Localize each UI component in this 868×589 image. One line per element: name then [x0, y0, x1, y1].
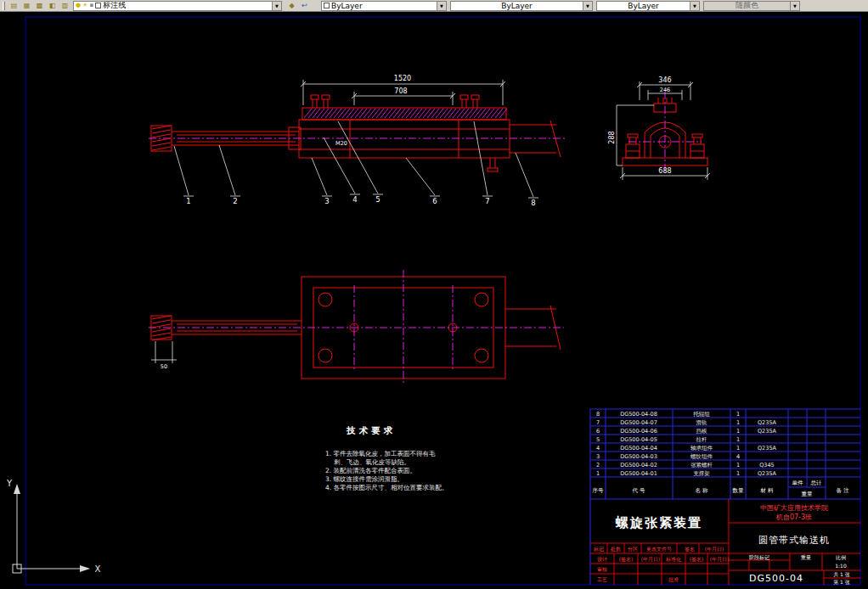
layer-states-button[interactable]: ▦: [20, 1, 33, 11]
layer-freeze-button[interactable]: ▩: [33, 1, 46, 11]
bom-header-no: 序号: [593, 487, 605, 494]
layer-dropdown-arrow-icon[interactable]: ▼: [272, 2, 281, 10]
dim-section-inner-width: 246: [660, 87, 670, 93]
bom-row-code: DG500-04-08: [620, 411, 657, 418]
company-class: 机自07-3班: [775, 513, 812, 521]
layer-color-swatch: [95, 3, 101, 8]
bom-row-no: 8: [596, 411, 600, 418]
rail-hatch: [304, 109, 507, 118]
design-label: (签名): [619, 556, 634, 563]
bom-row-material: Q235A: [758, 428, 777, 435]
bom-row-qty: 1: [736, 428, 740, 435]
layer-previous-button[interactable]: ↩: [298, 1, 311, 11]
bom-header-remark: 备 注: [836, 487, 849, 494]
linetype-dropdown-arrow-icon[interactable]: ▼: [583, 2, 592, 10]
layer-off-button[interactable]: ▥: [59, 1, 71, 11]
lineweight-dropdown-arrow-icon[interactable]: ▼: [690, 2, 699, 10]
plotstyle-dropdown-arrow-icon: ▼: [790, 2, 799, 10]
tech-note-line: 1. 零件去除氧化皮，加工表面不得有毛: [325, 450, 436, 457]
layer-lock-icon: ▪: [89, 3, 93, 8]
revision-label: 签名: [685, 546, 695, 553]
drawing-title: 螺旋张紧装置: [615, 515, 702, 530]
bom-row-name: 滑轨: [696, 419, 708, 426]
part-callout: 6: [432, 197, 437, 205]
ucs-y-label: Y: [6, 479, 13, 488]
bom-row-name: 支撑架: [693, 470, 710, 477]
make-object-layer-current-button[interactable]: ◆: [285, 1, 298, 11]
layer-states-icon: ▦: [24, 2, 31, 9]
layer-lock-toggle-icon: ◧: [49, 2, 56, 9]
rod-end-hatch-plan: [152, 316, 171, 340]
bom-row-code: DG500-04-02: [620, 462, 657, 468]
bom-row-qty: 1: [736, 470, 740, 477]
make-layer-current-icon: ◆: [289, 2, 294, 9]
bom-row-code: DG500-04-07: [620, 419, 657, 426]
weight-label: 重量: [800, 554, 811, 560]
dim-section-height: 288: [608, 131, 616, 143]
drawing-number: DG500-04: [749, 573, 803, 584]
bom-row-name: 托辊组: [692, 411, 710, 418]
layer-properties-icon: ▤: [11, 2, 18, 9]
layer-freeze-icon: ▩: [37, 2, 43, 9]
linetype-dropdown[interactable]: ByLayer ▼: [450, 1, 593, 11]
layer-off-icon: ▥: [62, 2, 69, 9]
bom-row-name: 轴承组件: [690, 445, 713, 452]
bom-header-total-weight: 总计: [810, 480, 823, 486]
properties-toolbar: ▤ ▦ ▩ ◧ ▥ ● ☀ ▪ 标注线 ▼ ◆ ↩ ByLayer ▼ ByLa…: [0, 0, 868, 12]
bom-row-material: Q235A: [758, 419, 777, 426]
part-callout: 4: [352, 195, 357, 204]
design-label: (签名): [690, 556, 704, 563]
layer-properties-button[interactable]: ▤: [8, 1, 20, 11]
ucs-x-label: X: [95, 564, 101, 574]
revision-label: 分区: [628, 546, 638, 552]
bom-row-no: 3: [596, 453, 600, 460]
tech-note-line: 刺、飞边、氧化皮等缺陷。: [334, 458, 410, 466]
dim-section-base: 688: [658, 167, 671, 175]
bom-row-no: 2: [596, 462, 600, 468]
current-color-swatch: [324, 3, 330, 8]
revision-label: 更改文件号: [646, 546, 672, 552]
toolbar-grip[interactable]: [3, 2, 5, 10]
sheet-frame: [25, 17, 860, 585]
part-callout: 3: [324, 197, 329, 205]
design-label: (年月日): [641, 556, 661, 563]
bom-row-code: DG500-04-03: [620, 453, 657, 460]
color-dropdown[interactable]: ByLayer ▼: [321, 1, 447, 11]
color-dropdown-arrow-icon[interactable]: ▼: [437, 2, 446, 10]
part-callout: 1: [186, 197, 190, 205]
layer-dropdown[interactable]: ● ☀ ▪ 标注线 ▼: [73, 1, 282, 11]
dim-rod-offset: 50: [161, 363, 167, 370]
bom-row-material: Q345: [759, 462, 775, 468]
dim-thread: M20: [335, 140, 347, 147]
layer-previous-icon: ↩: [302, 2, 307, 9]
process-label: 工艺: [597, 576, 607, 582]
sheet-page: 第 1 张: [833, 579, 850, 586]
bom-row-name: 挡板: [696, 428, 708, 435]
part-callout: 8: [531, 199, 535, 207]
lineweight-dropdown[interactable]: ByLayer ▼: [596, 1, 700, 11]
bom-header-code: 代 号: [631, 487, 645, 494]
bom-row-name: 拉杆: [696, 436, 708, 443]
bom-row-name: 张紧螺杆: [690, 462, 713, 468]
callout-leaders: [174, 121, 538, 198]
layer-lock-button[interactable]: ◧: [46, 1, 59, 11]
bom-row-material: Q235A: [758, 470, 777, 477]
current-color-value: ByLayer: [331, 2, 363, 10]
bom-header-unit-weight: 单件: [792, 480, 804, 486]
dim-bolt-spacing: 708: [394, 87, 407, 95]
plan-dimensions: [151, 341, 177, 363]
bom-row-qty: 1: [736, 411, 740, 418]
bom-row-code: DG500-04-06: [620, 428, 657, 435]
revision-label: 标记: [593, 546, 604, 553]
scale-value: 1:10: [835, 563, 847, 569]
scale-label: 比例: [836, 554, 846, 561]
bom-header-qty: 数量: [732, 487, 745, 494]
revision-label: (年月日): [705, 546, 724, 553]
dim-section-width: 346: [658, 76, 671, 84]
bom-row-no: 4: [596, 445, 600, 452]
drawing-canvas[interactable]: 1520 708 M20 346 246 288 688 50 技术要求 序号 …: [0, 0, 868, 589]
bom-header-material: 材 料: [759, 487, 774, 494]
plotstyle-dropdown: 随颜色 ▼: [703, 1, 800, 11]
tech-note-line: 2. 装配前清洗各零件配合表面。: [325, 467, 416, 474]
bom-row-no: 7: [596, 419, 600, 426]
